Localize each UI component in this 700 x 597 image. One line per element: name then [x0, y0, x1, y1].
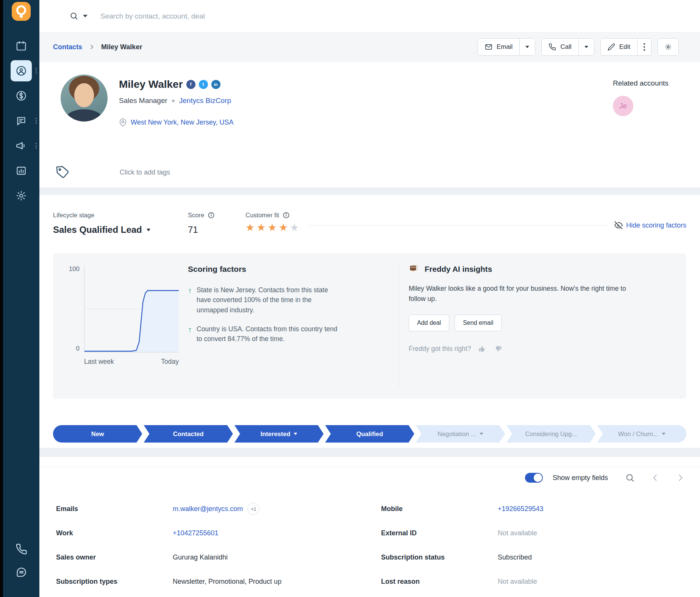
call-dropdown-button[interactable] — [578, 39, 594, 55]
reports-icon — [16, 165, 27, 176]
app-sidebar — [3, 0, 39, 597]
score-trend-plot — [84, 265, 179, 352]
score-value: 71 — [188, 224, 245, 235]
contact-avatar[interactable] — [61, 75, 108, 122]
pipeline-stage-qualified[interactable]: Qualified — [325, 425, 414, 443]
eye-off-icon — [614, 221, 623, 229]
facebook-icon[interactable]: f — [186, 80, 195, 89]
score-trend-chart: 100 0 Last week Today — [64, 265, 179, 389]
search-fields-icon[interactable] — [625, 473, 635, 483]
sidebar-item-megaphone[interactable] — [11, 135, 32, 156]
field-row-subscription-status: Subscription statusSubscribed — [381, 545, 689, 569]
send-email-button[interactable]: Send email — [455, 315, 502, 331]
edit-button[interactable]: Edit — [601, 39, 637, 55]
star-filled-icon: ★ — [279, 223, 288, 233]
more-emails-badge[interactable]: +1 — [247, 503, 259, 515]
global-search-input[interactable] — [100, 12, 343, 20]
chevron-right-icon[interactable] — [676, 473, 685, 482]
page-settings-button[interactable] — [658, 39, 678, 55]
add-tags-field[interactable]: Click to add tags — [120, 168, 170, 176]
field-value[interactable]: +19266529543 — [498, 505, 544, 513]
stage-label: New — [91, 430, 104, 438]
thumbs-down-icon[interactable] — [494, 345, 502, 353]
field-row-emails: Emailsm.walker@jentycs.com+1 — [56, 497, 364, 521]
email-button[interactable]: Email — [478, 39, 520, 55]
pipeline-stage-won-churn[interactable]: Won / Churn... — [597, 425, 686, 443]
field-value: Gururag Kalanidhi — [173, 553, 228, 561]
freshworks-logo[interactable] — [12, 2, 31, 21]
related-account-avatar[interactable]: Je — [613, 96, 633, 116]
info-icon[interactable] — [208, 212, 215, 219]
field-value: Subscribed — [498, 553, 532, 561]
scoring-factor-text: Country is USA. Contacts from this count… — [197, 324, 338, 344]
more-actions-button[interactable] — [637, 39, 651, 55]
kebab-menu-icon[interactable] — [36, 143, 37, 149]
sidebar-item-deals[interactable] — [11, 85, 32, 106]
sidebar-item-calendar[interactable] — [11, 35, 32, 56]
edit-button-group: Edit — [600, 38, 652, 56]
freddy-feedback-prompt: Freddy got this right? — [409, 345, 471, 353]
chevron-left-icon[interactable] — [651, 473, 660, 482]
chevron-down-icon — [584, 46, 588, 48]
show-empty-fields-toggle[interactable] — [525, 473, 543, 483]
chevron-down-icon — [525, 46, 529, 48]
field-label: Lost reason — [381, 578, 498, 586]
breadcrumb-contacts-link[interactable]: Contacts — [53, 43, 82, 51]
add-deal-button[interactable]: Add deal — [409, 315, 449, 331]
show-empty-fields-label: Show empty fields — [553, 474, 608, 482]
section-divider-band — [39, 187, 700, 195]
pipeline-stage-negotiation[interactable]: Negotiation ... — [416, 425, 505, 443]
thumbs-up-icon[interactable] — [478, 345, 486, 353]
bot-chat-icon[interactable] — [16, 566, 27, 578]
field-value[interactable]: +10427255601 — [173, 529, 219, 537]
sidebar-item-contacts[interactable] — [11, 60, 32, 81]
freddy-message: Miley Walker looks like a good fit for y… — [409, 284, 639, 304]
pipeline-stage-new[interactable]: New — [53, 425, 142, 443]
star-empty-icon: ★ — [290, 223, 299, 233]
scoring-factor-item: ↑Country is USA. Contacts from this coun… — [188, 324, 398, 344]
chevron-right-icon — [88, 44, 95, 50]
horizontal-rule — [309, 225, 607, 226]
kebab-menu-icon[interactable] — [36, 68, 37, 74]
search-icon[interactable] — [70, 12, 78, 20]
field-row-sales-owner: Sales ownerGururag Kalanidhi — [56, 545, 364, 569]
info-icon[interactable] — [283, 212, 290, 219]
freddy-dog-icon — [409, 264, 419, 274]
tag-icon — [56, 165, 70, 179]
scoring-factor-list: ↑State is New Jersey. Contacts from this… — [188, 285, 398, 344]
x-axis-tick-today: Today — [161, 358, 179, 389]
contact-header: Miley Walker f t in Sales Manager Jentyc… — [39, 62, 700, 157]
lifecycle-stage-select[interactable]: Sales Qualified Lead — [53, 224, 188, 235]
freddy-ai-insights: Freddy AI insights Miley Walker looks li… — [409, 264, 675, 389]
sidebar-nav — [11, 35, 32, 206]
customer-fit-stars: ★★★★★ — [245, 223, 299, 233]
phone-icon[interactable] — [16, 543, 27, 555]
details-left-column: Emailsm.walker@jentycs.com+1Work+1042725… — [56, 497, 364, 594]
scoring-factor-text: State is New Jersey. Contacts from this … — [197, 285, 338, 315]
twitter-icon[interactable]: t — [199, 80, 208, 89]
lifecycle-row: Lifecycle stage Sales Qualified Lead Sco… — [39, 195, 700, 251]
sidebar-item-chat[interactable] — [11, 110, 32, 131]
details-right-column: Mobile+19266529543External IDNot availab… — [381, 497, 689, 594]
field-value[interactable]: m.walker@jentycs.com — [173, 505, 243, 513]
scoring-factor-item: ↑State is New Jersey. Contacts from this… — [188, 285, 398, 315]
search-scope-caret-icon[interactable] — [83, 15, 88, 17]
field-row-lost-reason: Lost reasonNot available — [381, 569, 689, 594]
call-button[interactable]: Call — [542, 39, 578, 55]
pipeline-stage-considering-upg[interactable]: Considering Upg... — [506, 425, 595, 443]
sidebar-item-settings[interactable] — [11, 185, 32, 206]
pipeline-stage-contacted[interactable]: Contacted — [144, 425, 233, 443]
crm-contact-page: Contacts Miley Walker Email Call — [0, 0, 700, 597]
contact-company-link[interactable]: Jentycs BizCorp — [179, 97, 231, 105]
contact-location-link[interactable]: West New York, New Jersey, USA — [131, 118, 233, 126]
hide-scoring-factors-link[interactable]: Hide scoring factors — [614, 221, 686, 229]
linkedin-icon[interactable]: in — [211, 80, 220, 89]
pipeline-stage-interested[interactable]: Interested — [234, 425, 323, 443]
details-toolbar: Show empty fields — [39, 467, 700, 488]
kebab-menu-icon[interactable] — [36, 118, 37, 124]
email-dropdown-button[interactable] — [519, 39, 535, 55]
sidebar-item-reports[interactable] — [11, 160, 32, 181]
chevron-down-icon — [147, 229, 150, 231]
field-label: Sales owner — [56, 553, 173, 561]
breadcrumb-bar: Contacts Miley Walker Email Call — [39, 32, 700, 62]
